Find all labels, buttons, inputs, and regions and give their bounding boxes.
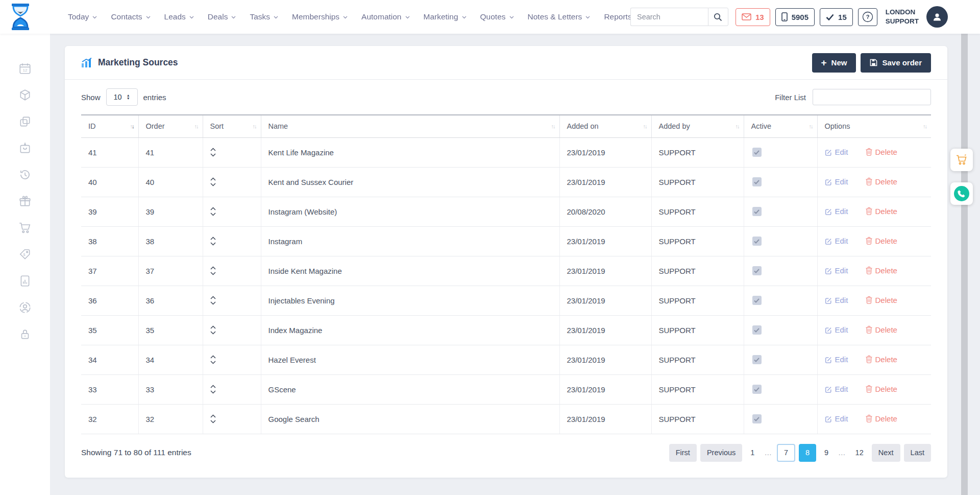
column-header-active[interactable]: Active ↑↓ [744,115,817,137]
edit-link[interactable]: Edit [825,325,848,334]
nav-item-automation[interactable]: Automation [361,12,409,21]
avatar[interactable] [926,6,948,28]
edit-link[interactable]: Edit [825,385,848,393]
sidebar-item-orders[interactable] [0,135,50,161]
active-checkbox[interactable] [752,266,762,275]
delete-link[interactable]: Delete [866,296,897,304]
nav-item-memberships[interactable]: Memberships [292,12,348,21]
pagination-first[interactable]: First [669,444,697,462]
delete-link[interactable]: Delete [866,414,897,423]
move-down-button[interactable] [210,182,216,187]
pagination-7[interactable]: 7 [777,444,795,462]
move-down-button[interactable] [210,360,216,365]
nav-item-deals[interactable]: Deals [208,12,236,21]
phone-fab[interactable] [950,182,973,205]
sidebar-item-calendar[interactable]: 12 [0,55,50,82]
column-header-added-on[interactable]: Added on ↑↓ [559,115,651,137]
delete-link[interactable]: Delete [866,237,897,245]
pagination-next[interactable]: Next [872,444,900,462]
move-down-button[interactable] [210,419,216,424]
active-checkbox[interactable] [752,207,762,216]
active-checkbox[interactable] [752,414,762,423]
nav-item-today[interactable]: Today [68,12,97,21]
pagination-8[interactable]: 8 [799,444,816,462]
sidebar-item-cart[interactable] [0,215,50,241]
pagination-1[interactable]: 1 [746,444,759,462]
move-down-button[interactable] [210,271,216,276]
delete-link[interactable]: Delete [866,177,897,186]
filter-input[interactable] [813,89,931,105]
app-logo[interactable] [9,3,32,31]
save-order-button[interactable]: Save order [861,53,931,73]
pagination-last[interactable]: Last [904,444,931,462]
move-up-button[interactable] [210,147,216,152]
column-header-order[interactable]: Order ↑↓ [138,115,203,137]
edit-link[interactable]: Edit [825,237,848,245]
edit-link[interactable]: Edit [825,296,848,304]
move-up-button[interactable] [210,355,216,359]
nav-item-tasks[interactable]: Tasks [250,12,278,21]
active-checkbox[interactable] [752,237,762,246]
column-header-sort[interactable]: Sort ↑↓ [203,115,261,137]
column-header-name[interactable]: Name ↑↓ [261,115,559,137]
pagination-12[interactable]: 12 [851,444,868,462]
move-up-button[interactable] [210,236,216,241]
sidebar-item-pricing[interactable]: $ [0,241,50,268]
search-input[interactable] [630,8,708,26]
cart-fab[interactable] [950,149,973,171]
move-up-button[interactable] [210,295,216,300]
nav-item-notes-letters[interactable]: Notes & Letters [528,12,591,21]
move-up-button[interactable] [210,325,216,329]
edit-link[interactable]: Edit [825,355,848,364]
edit-link[interactable]: Edit [825,266,848,275]
move-down-button[interactable] [210,301,216,305]
active-checkbox[interactable] [752,148,762,157]
sidebar-item-copy[interactable] [0,108,50,135]
move-down-button[interactable] [210,153,216,157]
active-checkbox[interactable] [752,355,762,364]
new-button[interactable]: + New [812,53,856,73]
pagination-previous[interactable]: Previous [700,444,742,462]
mail-badge[interactable]: 13 [736,8,770,26]
move-down-button[interactable] [210,331,216,335]
sidebar-item-package[interactable] [0,82,50,108]
pagination-9[interactable]: 9 [820,444,833,462]
edit-link[interactable]: Edit [825,177,848,186]
delete-link[interactable]: Delete [866,385,897,393]
active-checkbox[interactable] [752,385,762,394]
delete-link[interactable]: Delete [866,325,897,334]
move-up-button[interactable] [210,266,216,270]
column-header-id[interactable]: ID ↑↓ [81,115,138,137]
move-down-button[interactable] [210,242,216,246]
delete-link[interactable]: Delete [866,355,897,364]
column-header-options[interactable]: Options ↑↓ [817,115,931,137]
delete-link[interactable]: Delete [866,148,897,156]
help-badge[interactable]: ? [858,8,877,26]
tasks-badge[interactable]: 15 [820,8,853,26]
active-checkbox[interactable] [752,325,762,335]
nav-item-contacts[interactable]: Contacts [111,12,150,21]
scrollbar[interactable] [961,0,968,495]
delete-link[interactable]: Delete [866,207,897,216]
active-checkbox[interactable] [752,296,762,305]
edit-link[interactable]: Edit [825,207,848,216]
move-down-button[interactable] [210,212,216,217]
move-up-button[interactable] [210,206,216,211]
active-checkbox[interactable] [752,177,762,186]
calls-badge[interactable]: 5905 [775,8,815,26]
sidebar-item-gifts[interactable] [0,188,50,215]
page-size-select[interactable]: 10 ▲▼ [106,88,138,106]
search-button[interactable] [708,8,728,26]
sidebar-item-reports[interactable] [0,268,50,294]
sidebar-item-account[interactable] [0,294,50,321]
delete-link[interactable]: Delete [866,266,897,275]
sidebar-item-history[interactable] [0,161,50,188]
move-up-button[interactable] [210,414,216,418]
edit-link[interactable]: Edit [825,414,848,423]
move-up-button[interactable] [210,177,216,181]
move-down-button[interactable] [210,390,216,394]
edit-link[interactable]: Edit [825,148,848,156]
column-header-added-by[interactable]: Added by ↑↓ [651,115,744,137]
nav-item-leads[interactable]: Leads [164,12,194,21]
nav-item-marketing[interactable]: Marketing [424,12,467,21]
